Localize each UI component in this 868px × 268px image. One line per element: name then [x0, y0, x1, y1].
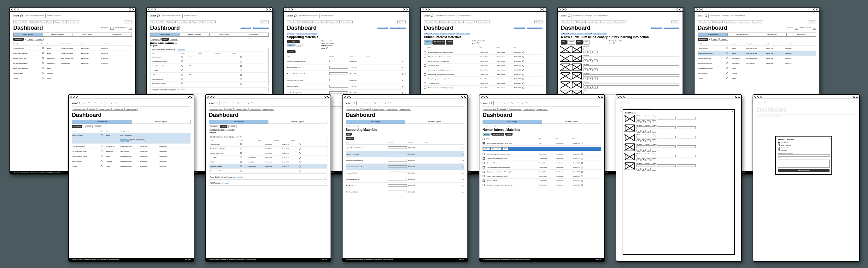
doc-row[interactable]: AngolacatDonorsWorldBank1.pdf30-Jan-2015…	[287, 58, 406, 64]
credits-input[interactable]	[657, 164, 676, 167]
tab-toolkit-mgr[interactable]: Toolkit Manager	[13, 33, 43, 36]
photo-thumb[interactable]	[561, 72, 570, 79]
wbtn[interactable]	[129, 8, 131, 10]
comment-button[interactable]: Comment	[287, 50, 296, 53]
filename-input[interactable]	[584, 57, 679, 59]
download-icon[interactable]: ⬇	[461, 179, 462, 181]
filename-input[interactable]	[584, 83, 679, 86]
delete-icon[interactable]: ✕	[463, 160, 464, 161]
him-row[interactable]: The story of 'Mama'Country OfficeSteve L…	[424, 63, 542, 68]
alpha-letter[interactable]: G	[156, 42, 157, 43]
download-icon[interactable]: ⬇	[461, 153, 462, 155]
delete-icon[interactable]: ✕	[463, 153, 464, 155]
alpha-letter[interactable]: O	[165, 42, 165, 43]
download-icon[interactable]: ⬇	[461, 185, 462, 187]
him-row[interactable]: Where teaching really must be a vocation…	[483, 152, 601, 156]
alpha-letter[interactable]: K	[219, 129, 219, 131]
caption-input[interactable]	[677, 155, 696, 157]
table-row[interactable]: Toolkit DocumentCambodiaBasic Education …	[72, 159, 190, 164]
caption-input[interactable]	[677, 127, 696, 129]
type-row[interactable]: Supporting MaterialsCountry OfficeSteve …	[209, 164, 327, 169]
credits-input[interactable]	[657, 155, 676, 157]
him-row[interactable]: Bringing water and hygienic habits to pu…	[424, 72, 542, 77]
max-icon[interactable]	[17, 8, 19, 10]
nav-resource[interactable]: Resource Centre	[66, 21, 79, 23]
alpha-letter[interactable]: R	[227, 129, 228, 131]
delete-icon[interactable]: ✕	[463, 185, 464, 187]
him-row[interactable]: Overcoming the stumbling blocks of Early…	[483, 165, 601, 170]
photo-thumb[interactable]	[572, 72, 582, 79]
download-icon[interactable]: ⬇	[402, 86, 403, 87]
him-row[interactable]: Bringing water and hygienic habits to pu…	[483, 170, 601, 174]
alpha-letter[interactable]: M	[162, 42, 163, 43]
him-row[interactable]: Making the learning and teaching of read…	[483, 183, 601, 187]
type-row[interactable]: Human Interest Materials	[209, 169, 327, 173]
photo-thumb[interactable]	[625, 162, 634, 169]
alpha-letter[interactable]: P	[166, 42, 166, 43]
alpha-letter[interactable]: C	[152, 42, 153, 43]
doc-row[interactable]: CommitmentsforChildren.pdf30-Jan-2015⬇✕	[346, 164, 464, 170]
alpha-letter[interactable]: Q	[225, 129, 226, 131]
checkbox[interactable]	[424, 87, 426, 89]
table-row[interactable]: Financial Reports TableDemocratic R...Ba…	[13, 56, 132, 61]
doc-row[interactable]: AwarenessPhotoKidsHealth.pdf30-Jan-2015⬇…	[346, 157, 464, 164]
checkbox[interactable]	[483, 166, 485, 168]
type-row[interactable]: 1 FullyCountry OfficeSteve Labadz30-Jan-…	[209, 160, 327, 164]
alpha-letter[interactable]: V	[172, 42, 173, 43]
him-row[interactable]: Dordys' village gets a primary schoolCou…	[483, 156, 601, 161]
min-icon[interactable]	[151, 8, 153, 10]
alpha-filter[interactable]: ABCDEFGHIJKLMNOPQRSTUVWYZ	[150, 42, 269, 43]
photo-thumb[interactable]	[572, 46, 582, 53]
photo-thumb[interactable]	[561, 63, 570, 71]
type-row[interactable]: + 2 Pagers	[150, 68, 269, 73]
him-row[interactable]: Overcoming the stumbling blocks of Early…	[424, 68, 542, 72]
him-row[interactable]: Dordys' village gets a primary schoolCou…	[424, 59, 542, 63]
alpha-letter[interactable]: F	[155, 42, 156, 43]
preview-button[interactable]: Preview	[567, 40, 575, 45]
download-icon[interactable]: ⬇	[402, 73, 403, 75]
tab-feedback[interactable]: Feedback Requests	[43, 33, 73, 36]
chip-countries[interactable]: Countries	[35, 38, 43, 41]
reviewer-option[interactable]: Akihiro Fukushima	[778, 144, 830, 146]
him-row[interactable]: The story of 'Mama'Country OfficeSteve L…	[424, 81, 542, 86]
him-row[interactable]: Dordys' village gets a primary schoolCou…	[483, 174, 601, 179]
video-button[interactable]: Video	[584, 40, 590, 45]
alpha-letter[interactable]: Y	[234, 129, 234, 131]
filename-input[interactable]	[637, 164, 655, 167]
checkbox[interactable]	[424, 51, 426, 53]
alpha-letter[interactable]: M	[221, 129, 222, 131]
delete-icon[interactable]: ✕	[463, 166, 464, 168]
table-row[interactable]: Toolkit DocumentCambodia	[698, 71, 816, 76]
caption-input[interactable]	[677, 136, 696, 138]
delete-icon[interactable]: ✕	[404, 67, 406, 69]
photo-thumb[interactable]	[625, 115, 634, 122]
type-row[interactable]: Toolkit DocumentPFP	[150, 55, 269, 59]
him-row[interactable]: Dordys' village gets a primary schoolCou…	[424, 77, 542, 81]
alpha-letter[interactable]: N	[163, 42, 164, 43]
doc-row[interactable]: Electronics2008.pdf30-Jan-2015⬇✕	[287, 83, 406, 90]
expand-icon[interactable]	[266, 89, 267, 91]
download-icon[interactable]: ⬇	[461, 147, 462, 149]
delete-icon[interactable]: ✕	[404, 79, 406, 81]
alpha-letter[interactable]: H	[158, 42, 159, 43]
table-row[interactable]: Toolkit DocumentAngolaYoung Child Surviv…	[13, 46, 132, 51]
photo-thumb[interactable]	[561, 55, 570, 62]
checkbox[interactable]	[483, 171, 485, 173]
alpha-letter[interactable]: J	[159, 42, 160, 43]
him-row[interactable]: The story of 'Mama'Country OfficeSteve L…	[483, 179, 601, 183]
filename-input[interactable]	[637, 145, 655, 148]
delete-icon[interactable]: ✕	[404, 92, 406, 94]
doc-row[interactable]: AngolaParty-Politics.pdf30-Jan-2015⬇✕	[346, 151, 464, 157]
type-row[interactable]: Supporting Materials	[150, 77, 269, 82]
return-button[interactable]: Return	[296, 44, 303, 47]
photo-thumb[interactable]	[561, 81, 570, 88]
alpha-letter[interactable]: I	[159, 42, 159, 43]
save-button[interactable]: Save	[561, 40, 567, 45]
checkbox[interactable]	[424, 64, 426, 67]
doc-row[interactable]: MDGsReport2002.pdf30-Jan-2015⬇✕	[346, 189, 464, 195]
assignments-link[interactable]: Assignments	[101, 27, 108, 30]
delete-icon[interactable]: ✕	[404, 73, 406, 75]
download-icon[interactable]: ⬇	[402, 79, 403, 81]
doc-row[interactable]: Electronics2008.pdf30-Jan-2015⬇✕	[346, 170, 464, 176]
alpha-letter[interactable]: L	[220, 129, 221, 131]
